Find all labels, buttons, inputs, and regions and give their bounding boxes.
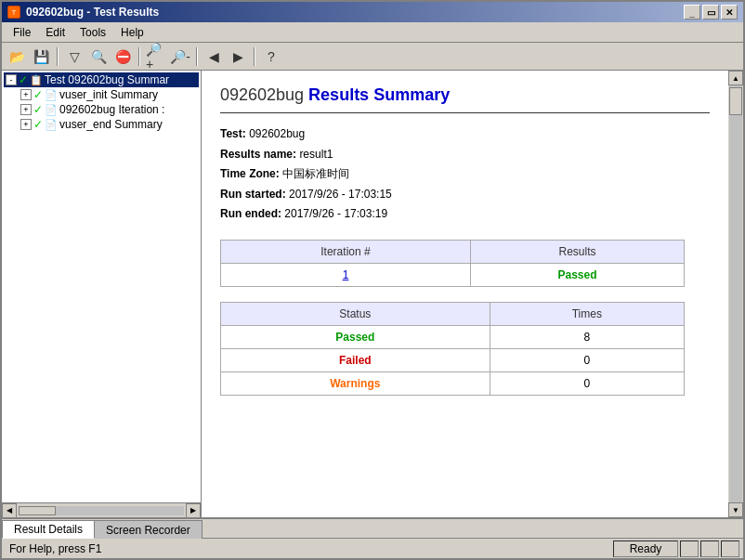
title-suffix: Results Summary xyxy=(308,85,450,104)
run-started-value: 2017/9/26 - 17:03:15 xyxy=(289,188,392,201)
results-name-label: Results name: xyxy=(220,148,296,161)
tree-item-1[interactable]: + ✓ 📄 vuser_init Summary xyxy=(4,87,199,102)
tree-item-label-1: vuser_init Summary xyxy=(59,88,158,101)
save-button[interactable]: 💾 xyxy=(30,46,52,68)
menu-tools[interactable]: Tools xyxy=(72,24,113,41)
test-label: Test: xyxy=(220,127,246,140)
tree-item-0[interactable]: - ✓ 📋 Test 092602bug Summar xyxy=(4,72,199,87)
check-icon-1: ✓ xyxy=(33,88,43,101)
results-name-value: result1 xyxy=(299,148,333,161)
status-box-3 xyxy=(721,540,739,557)
menu-bar: File Edit Tools Help xyxy=(2,22,743,43)
find-button[interactable]: 🔍 xyxy=(87,46,110,68)
content-area: 092602bug Results Summary Test: 092602bu… xyxy=(202,71,728,517)
info-test: Test: 092602bug xyxy=(220,124,710,145)
minimize-button[interactable]: _ xyxy=(684,5,700,20)
scroll-thumb[interactable] xyxy=(19,506,56,515)
stop-button[interactable]: ⛔ xyxy=(111,46,134,68)
v-scroll-track[interactable] xyxy=(729,85,742,502)
window-controls: _ ▭ ✕ xyxy=(684,5,738,20)
toolbar-separator-2 xyxy=(138,47,140,66)
h-scrollbar: ◀ ▶ xyxy=(2,502,201,517)
status-row-warnings: Warnings 0 xyxy=(221,371,685,395)
expand-icon-1[interactable]: + xyxy=(20,89,32,100)
status-right: Ready xyxy=(613,540,739,557)
toolbar-separator-4 xyxy=(254,47,255,66)
iteration-row-1: 1 Passed xyxy=(221,263,685,286)
v-scroll-down-btn[interactable]: ▼ xyxy=(728,502,743,517)
zoom-in-button[interactable]: 🔎+ xyxy=(145,46,167,68)
left-panel: - ✓ 📋 Test 092602bug Summar + ✓ 📄 vuser_… xyxy=(2,71,202,517)
status-table: Status Times Passed 8 Failed 0 xyxy=(220,302,685,396)
expand-icon-3[interactable]: + xyxy=(20,119,32,130)
toolbar-separator-3 xyxy=(196,47,198,66)
window-title: 092602bug - Test Results xyxy=(26,6,159,19)
status-failed-label: Failed xyxy=(339,354,372,367)
v-scroll-up-btn[interactable]: ▲ xyxy=(728,71,743,85)
check-icon-2: ✓ xyxy=(33,103,43,116)
tree-item-3[interactable]: + ✓ 📄 vuser_end Summary xyxy=(4,117,199,132)
title-bar: T 092602bug - Test Results _ ▭ ✕ xyxy=(2,2,743,22)
tab-screen-recorder[interactable]: Screen Recorder xyxy=(94,520,203,539)
status-row-passed: Passed 8 xyxy=(221,325,685,348)
status-passed-times: 8 xyxy=(584,331,591,344)
status-header-col1: Status xyxy=(221,302,490,325)
forward-button[interactable]: ▶ xyxy=(227,46,249,68)
doc-icon-3: 📄 xyxy=(45,119,58,131)
run-ended-label: Run ended: xyxy=(220,207,281,220)
info-timezone: Time Zone: 中国标准时间 xyxy=(220,164,710,185)
main-window: T 092602bug - Test Results _ ▭ ✕ File Ed… xyxy=(0,0,745,560)
timezone-value: 中国标准时间 xyxy=(282,167,349,180)
status-row-failed: Failed 0 xyxy=(221,348,685,371)
iteration-result-1: Passed xyxy=(557,268,596,281)
info-results-name: Results name: result1 xyxy=(220,145,710,165)
tab-screen-recorder-label: Screen Recorder xyxy=(106,524,190,537)
status-failed-times: 0 xyxy=(584,354,591,367)
scroll-track[interactable] xyxy=(19,506,184,515)
v-scroll-thumb[interactable] xyxy=(729,87,742,115)
right-panel: 092602bug Results Summary Test: 092602bu… xyxy=(202,71,743,517)
back-button[interactable]: ◀ xyxy=(203,46,225,68)
info-section: Test: 092602bug Results name: result1 Ti… xyxy=(220,124,710,225)
main-area: - ✓ 📋 Test 092602bug Summar + ✓ 📄 vuser_… xyxy=(2,71,743,517)
v-scrollbar: ▲ ▼ xyxy=(728,71,743,517)
expand-icon-0[interactable]: - xyxy=(6,74,17,85)
status-bar: For Help, press F1 Ready xyxy=(2,538,743,558)
tab-result-details[interactable]: Result Details xyxy=(2,520,95,539)
title-bar-left: T 092602bug - Test Results xyxy=(7,6,159,19)
doc-icon-0: 📋 xyxy=(30,74,43,86)
menu-edit[interactable]: Edit xyxy=(38,24,72,41)
status-ready: Ready xyxy=(613,540,678,557)
iteration-link-1[interactable]: 1 xyxy=(343,268,349,281)
status-box-2 xyxy=(700,540,719,557)
tree-item-2[interactable]: + ✓ 📄 092602bug Iteration : xyxy=(4,102,199,117)
tree-area: - ✓ 📋 Test 092602bug Summar + ✓ 📄 vuser_… xyxy=(2,71,201,502)
scroll-right-btn[interactable]: ▶ xyxy=(186,503,201,518)
right-inner: 092602bug Results Summary Test: 092602bu… xyxy=(202,71,743,517)
scroll-left-btn[interactable]: ◀ xyxy=(2,503,17,518)
expand-icon-2[interactable]: + xyxy=(20,104,32,115)
doc-icon-1: 📄 xyxy=(45,89,58,101)
zoom-out-button[interactable]: 🔎- xyxy=(169,46,191,68)
run-ended-value: 2017/9/26 - 17:03:19 xyxy=(284,207,387,220)
app-icon: T xyxy=(7,6,20,19)
tab-result-details-label: Result Details xyxy=(14,523,83,536)
iteration-table: Iteration # Results 1 Passed xyxy=(220,240,685,287)
filter-button[interactable]: ▽ xyxy=(63,46,85,68)
status-box-1 xyxy=(680,540,699,557)
close-button[interactable]: ✕ xyxy=(721,5,738,20)
menu-help[interactable]: Help xyxy=(113,24,151,41)
check-icon-0: ✓ xyxy=(19,73,28,86)
results-title: 092602bug Results Summary xyxy=(220,85,710,113)
tree-item-label-3: vuser_end Summary xyxy=(59,118,163,131)
menu-file[interactable]: File xyxy=(6,24,38,41)
status-help-text: For Help, press F1 xyxy=(6,542,613,555)
open-button[interactable]: 📂 xyxy=(6,46,28,68)
restore-button[interactable]: ▭ xyxy=(702,5,719,20)
info-run-ended: Run ended: 2017/9/26 - 17:03:19 xyxy=(220,204,710,225)
toolbar-separator-1 xyxy=(57,47,59,66)
info-run-started: Run started: 2017/9/26 - 17:03:15 xyxy=(220,185,710,205)
help-button[interactable]: ? xyxy=(260,46,282,68)
tree-item-label-2: 092602bug Iteration : xyxy=(59,103,164,116)
bottom-tabs: Result Details Screen Recorder xyxy=(2,517,743,538)
